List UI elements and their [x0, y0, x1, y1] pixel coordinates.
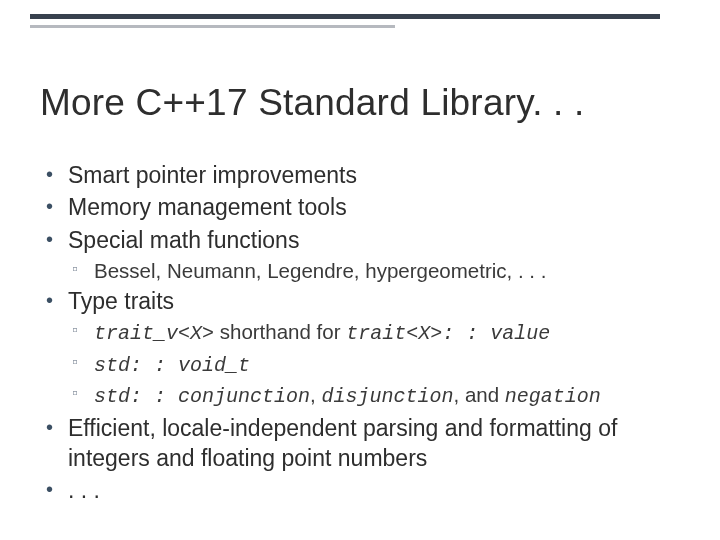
rule-light-wrap — [30, 25, 660, 28]
bullet-text: Memory management tools — [68, 194, 347, 220]
sub-text: Bessel, Neumann, Legendre, hypergeometri… — [94, 259, 546, 282]
sub-list: trait_v<X> shorthand for trait<X>: : val… — [68, 318, 682, 410]
bullet-text: . . . — [68, 477, 100, 503]
sub-item: trait_v<X> shorthand for trait<X>: : val… — [68, 318, 682, 347]
bullet-list: Smart pointer improvements Memory manage… — [40, 160, 682, 506]
bullet-item: . . . — [40, 475, 682, 505]
sub-list: Bessel, Neumann, Legendre, hypergeometri… — [68, 257, 682, 284]
code-text: trait_v<X> — [94, 322, 214, 345]
code-text: negation — [505, 385, 601, 408]
bullet-text: Special math functions — [68, 227, 299, 253]
bullet-text: Type traits — [68, 288, 174, 314]
bullet-item: Smart pointer improvements — [40, 160, 682, 190]
code-text: trait<X>: : value — [346, 322, 550, 345]
sub-item: std: : conjunction, disjunction, and neg… — [68, 381, 682, 410]
bullet-item: Type traits trait_v<X> shorthand for tra… — [40, 286, 682, 411]
sub-text: , — [310, 383, 321, 406]
bullet-item: Efficient, locale-independent parsing an… — [40, 413, 682, 474]
bullet-item: Memory management tools — [40, 192, 682, 222]
sub-item: Bessel, Neumann, Legendre, hypergeometri… — [68, 257, 682, 284]
bullet-item: Special math functions Bessel, Neumann, … — [40, 225, 682, 284]
rule-light — [30, 25, 395, 28]
rule-dark — [30, 14, 660, 19]
code-text: disjunction — [321, 385, 453, 408]
slide: More C++17 Standard Library. . . Smart p… — [0, 0, 720, 540]
sub-text: , and — [453, 383, 504, 406]
code-text: std: : void_t — [94, 354, 250, 377]
code-text: std: : conjunction — [94, 385, 310, 408]
bullet-text: Smart pointer improvements — [68, 162, 357, 188]
sub-item: std: : void_t — [68, 350, 682, 379]
slide-content: Smart pointer improvements Memory manage… — [40, 160, 682, 508]
header-rules — [30, 14, 660, 28]
slide-title: More C++17 Standard Library. . . — [40, 82, 585, 124]
bullet-text: Efficient, locale-independent parsing an… — [68, 415, 617, 471]
sub-text: shorthand for — [214, 320, 346, 343]
